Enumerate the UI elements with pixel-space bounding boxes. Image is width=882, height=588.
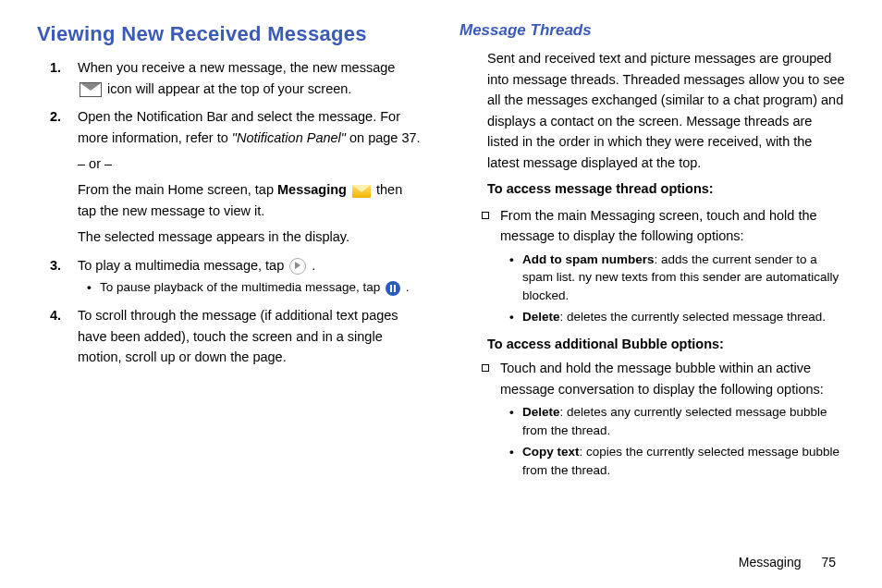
chapter-name: Messaging [739, 555, 802, 570]
app-name: Messaging [277, 182, 347, 197]
text: To pause playback of the multimedia mess… [100, 280, 384, 294]
option-name: Copy text [522, 445, 580, 459]
option-desc: : deletes any currently selected message… [522, 405, 827, 437]
step-1: 1. When you receive a new message, the n… [65, 57, 423, 99]
option-name: Add to spam numbers [522, 252, 655, 266]
thread-options-list: From the main Messaging screen, touch an… [459, 205, 845, 326]
bullet-item: Delete: deletes the currently selected m… [513, 308, 845, 326]
sub-options: Delete: deletes any currently selected m… [500, 403, 845, 479]
text: Touch and hold the message bubble within… [500, 361, 824, 396]
bullet-item: To pause playback of the multimedia mess… [91, 278, 423, 298]
step-text: on page 37. [349, 130, 421, 145]
bullet-item: Delete: deletes any currently selected m… [513, 403, 845, 439]
reference-text: "Notification Panel" [232, 130, 346, 145]
step-4: 4. To scroll through the message (if add… [65, 305, 423, 367]
bubble-options-list: Touch and hold the message bubble within… [459, 358, 845, 479]
step-text: . [312, 258, 315, 273]
step-text: When you receive a new message, the new … [78, 60, 395, 75]
messaging-icon [352, 185, 371, 198]
option-heading: To access message thread options: [459, 178, 845, 199]
option-name: Delete [522, 310, 560, 324]
bullet-item: Add to spam numbers: adds the current se… [513, 251, 845, 305]
bullet-item: Copy text: copies the currently selected… [513, 443, 845, 479]
step-number: 3. [50, 255, 61, 276]
page-number: 75 [821, 555, 836, 570]
numbered-steps: 1. When you receive a new message, the n… [37, 57, 423, 368]
alt-instruction: From the main Home screen, tap Messaging… [78, 179, 423, 221]
sub-options: Add to spam numbers: adds the current se… [500, 251, 845, 326]
page-footer: Messaging 75 [0, 555, 882, 579]
or-divider: – or – [78, 153, 423, 174]
step-number: 2. [50, 106, 61, 127]
step-2: 2. Open the Notification Bar and select … [65, 106, 423, 248]
step-text: To play a multimedia message, tap [78, 258, 288, 273]
envelope-icon [80, 82, 102, 97]
right-column: Message Threads Sent and received text a… [459, 18, 845, 545]
option-heading: To access additional Bubble options: [459, 334, 845, 354]
play-icon [289, 258, 306, 275]
list-item: Touch and hold the message bubble within… [487, 358, 845, 479]
list-item: From the main Messaging screen, touch an… [487, 205, 845, 326]
step-3: 3. To play a multimedia message, tap . T… [65, 255, 423, 298]
result-text: The selected message appears in the disp… [78, 227, 423, 247]
subsection-heading: Message Threads [459, 18, 845, 43]
sub-bullets: To pause playback of the multimedia mess… [78, 278, 423, 298]
section-heading: Viewing New Received Messages [37, 18, 423, 50]
option-name: Delete [522, 405, 560, 419]
step-text: To scroll through the message (if additi… [78, 308, 398, 364]
step-number: 1. [50, 57, 61, 78]
left-column: Viewing New Received Messages 1. When yo… [37, 18, 423, 545]
text: From the main Home screen, tap [78, 182, 277, 197]
text: . [406, 280, 410, 294]
pause-icon [386, 281, 400, 296]
step-number: 4. [50, 305, 61, 325]
page-content: Viewing New Received Messages 1. When yo… [0, 0, 882, 555]
step-text: icon will appear at the top of your scre… [107, 81, 351, 96]
intro-paragraph: Sent and received text and picture messa… [459, 48, 845, 173]
text: From the main Messaging screen, touch an… [500, 208, 817, 243]
option-desc: : deletes the currently selected message… [560, 310, 826, 324]
